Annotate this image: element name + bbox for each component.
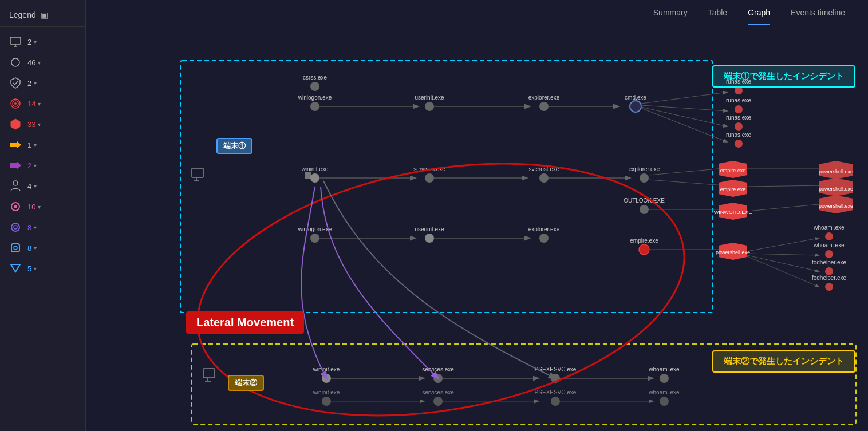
sidebar-item-blue-rect[interactable]: 8 ▾ — [0, 238, 85, 258]
tab-table[interactable]: Table — [708, 1, 727, 25]
svg-text:userinit.exe: userinit.exe — [415, 94, 444, 101]
svg-point-42 — [735, 140, 743, 148]
blue-rect-count: 8 ▾ — [27, 244, 37, 252]
svg-text:powershell.exe: powershell.exe — [716, 250, 750, 255]
svg-point-111 — [660, 374, 669, 383]
svg-text:wininit.exe: wininit.exe — [301, 166, 329, 172]
svg-point-70 — [639, 244, 649, 255]
svg-text:WINWORD.EXE: WINWORD.EXE — [714, 209, 752, 215]
svg-marker-9 — [10, 161, 21, 169]
svg-line-81 — [747, 238, 819, 251]
hexagon-icon — [9, 118, 22, 131]
sidebar-item-target[interactable]: 14 ▾ — [0, 93, 85, 114]
sidebar-item-person[interactable]: 4 ▾ — [0, 176, 85, 196]
svg-text:empire.exe: empire.exe — [630, 238, 658, 244]
svg-text:wininit.exe: wininit.exe — [313, 366, 340, 373]
svg-text:fodhelper.exe: fodhelper.exe — [812, 259, 846, 266]
legend-label: Legend — [9, 10, 36, 19]
device2-label-box: 端末② — [228, 375, 264, 391]
svg-text:powershell.exe: powershell.exe — [819, 169, 853, 175]
sidebar-item-circle[interactable]: 46 ▾ — [0, 52, 85, 73]
svg-point-87 — [825, 250, 833, 258]
svg-point-12 — [14, 205, 17, 208]
circle-count: 46 ▾ — [27, 58, 41, 67]
svg-text:PSEXESVC.exe: PSEXESVC.exe — [535, 366, 577, 373]
blue-rect-icon — [9, 242, 22, 254]
main-content: Summary Table Graph Events timeline — [86, 0, 868, 431]
svg-text:csrss.exe: csrss.exe — [303, 74, 328, 81]
svg-text:fodhelper.exe: fodhelper.exe — [812, 275, 846, 281]
svg-line-35 — [641, 108, 727, 142]
tab-summary[interactable]: Summary — [653, 1, 688, 25]
svg-point-6 — [14, 102, 17, 105]
target-count: 14 ▾ — [27, 100, 41, 108]
svg-text:winlogon.exe: winlogon.exe — [298, 226, 332, 232]
sidebar-item-purple-circle[interactable]: 8 ▾ — [0, 217, 85, 238]
pink-circle-count: 10 ▾ — [27, 203, 41, 211]
top-tabs: Summary Table Graph Events timeline — [86, 0, 868, 26]
sidebar-item-hexagon[interactable]: 33 ▾ — [0, 114, 85, 135]
svg-line-63 — [747, 185, 824, 187]
sidebar-item-triangle[interactable]: 5 ▾ — [0, 258, 85, 279]
svg-text:runas.exe: runas.exe — [726, 132, 751, 138]
svg-point-13 — [11, 223, 19, 231]
svg-text:cmd.exe: cmd.exe — [625, 94, 646, 101]
svg-text:explorer.exe: explorer.exe — [629, 166, 660, 172]
yellow-arrow-icon — [9, 139, 22, 151]
device1-incident-text: 端末①で発生したインシデント — [724, 71, 844, 81]
sidebar-item-monitor[interactable]: 2 ▾ — [0, 31, 85, 52]
svg-point-3 — [11, 58, 19, 66]
svg-marker-17 — [11, 264, 20, 272]
circle-icon — [9, 56, 22, 69]
tab-graph[interactable]: Graph — [748, 1, 770, 25]
svg-line-84 — [747, 256, 819, 287]
device2-incident-text: 端末②で発生したインシデント — [724, 356, 844, 366]
svg-marker-8 — [10, 141, 21, 149]
svg-text:empire.exe: empire.exe — [720, 168, 746, 173]
svg-point-38 — [735, 105, 743, 113]
graph-area[interactable]: csrss.exe winlogon.exe userinit.exe expl… — [86, 26, 868, 431]
svg-marker-7 — [11, 119, 20, 129]
person-count: 4 ▾ — [27, 182, 37, 191]
svg-point-122 — [660, 397, 669, 406]
device2-label-text: 端末② — [235, 378, 257, 387]
svg-text:explorer.exe: explorer.exe — [528, 226, 560, 232]
sidebar: Legend ▣ 2 ▾ 46 ▾ 2 ▾ — [0, 0, 86, 431]
lateral-movement-label: Lateral Movement — [186, 311, 304, 334]
svg-line-32 — [641, 92, 727, 104]
device1-label-box: 端末① — [216, 138, 252, 154]
svg-text:OUTLOOK.EXE: OUTLOOK.EXE — [624, 197, 665, 204]
sidebar-item-shield[interactable]: 2 ▾ — [0, 73, 85, 93]
svg-point-89 — [825, 267, 833, 275]
svg-text:services.exe: services.exe — [422, 389, 454, 396]
svg-point-54 — [640, 173, 649, 183]
svg-text:userinit.exe: userinit.exe — [415, 226, 444, 232]
svg-text:powershell.exe: powershell.exe — [819, 203, 853, 209]
hexagon-count: 33 ▾ — [27, 120, 41, 129]
svg-point-14 — [14, 226, 17, 229]
svg-point-116 — [433, 397, 443, 406]
device2-incident-callout: 端末②で発生したインシデント — [712, 350, 855, 373]
svg-text:explorer.exe: explorer.exe — [528, 94, 560, 101]
svg-point-91 — [825, 283, 833, 291]
svg-point-40 — [735, 122, 743, 131]
target-icon — [9, 97, 22, 110]
tab-events-timeline[interactable]: Events timeline — [791, 1, 845, 25]
svg-point-99 — [539, 234, 549, 243]
svg-point-96 — [425, 234, 434, 243]
svg-text:whoami.exe: whoami.exe — [813, 242, 845, 248]
sidebar-item-purple-arrow[interactable]: 2 ▾ — [0, 155, 85, 176]
svg-point-85 — [825, 232, 833, 240]
sidebar-item-yellow-arrow[interactable]: 1 ▾ — [0, 135, 85, 155]
svg-point-10 — [13, 181, 18, 185]
svg-text:wininit.exe: wininit.exe — [313, 389, 340, 396]
svg-point-19 — [310, 82, 319, 91]
triangle-down-icon — [9, 262, 22, 275]
sidebar-item-pink-circle[interactable]: 10 ▾ — [0, 196, 85, 217]
svg-line-83 — [747, 255, 819, 271]
expand-icon[interactable]: ▣ — [41, 10, 48, 19]
shield-icon — [9, 77, 22, 89]
svg-rect-0 — [10, 37, 21, 44]
svg-text:whoami.exe: whoami.exe — [648, 389, 680, 396]
device1-incident-callout: 端末①で発生したインシデント — [712, 65, 855, 88]
